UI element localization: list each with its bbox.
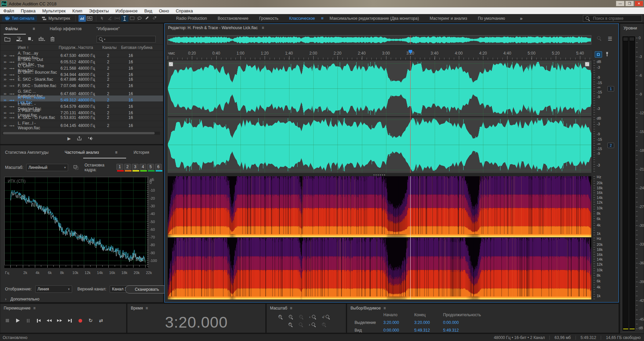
skip-to-start-button[interactable] [35, 317, 42, 324]
frame-hold-button-6[interactable]: 6 [155, 164, 162, 170]
zoom-amplitude-button[interactable]: + [322, 322, 327, 327]
menu-Мультитрек[interactable]: Мультитрек [39, 7, 69, 14]
timeline-ruler[interactable]: чмс 0:200:401:001:201:402:002:202:403:00… [167, 50, 592, 60]
preview-loop-button[interactable] [77, 136, 82, 141]
frame-hold-5[interactable]: 5 [147, 164, 155, 172]
edit-boundary-icon-right[interactable] [585, 62, 589, 66]
time-selection-tool[interactable] [121, 15, 128, 22]
overview-navigator[interactable] [167, 35, 591, 45]
sv-end[interactable]: 3:20.000 [414, 320, 443, 325]
files-panel-menu-icon[interactable]: ≡ [33, 26, 35, 31]
workspace-Классическое[interactable]: Классическое [284, 16, 320, 21]
current-time-display[interactable]: 3:20.000 [127, 313, 265, 331]
menu-Вид[interactable]: Вид [141, 7, 156, 14]
zoom-in-vertical-button[interactable]: + [278, 315, 283, 320]
minimize-button[interactable]: — [616, 1, 625, 6]
expand-chevron[interactable]: › [0, 91, 9, 96]
expand-chevron[interactable]: › [0, 115, 9, 120]
overflow-chevrons[interactable]: » [520, 16, 522, 21]
file-row[interactable]: ›⇝⇝A. Trac...ay Remix).flac6:47.53048000… [0, 51, 163, 57]
slip-tool[interactable] [114, 15, 121, 22]
workspace-Максимальное редактирование (Два монитора)[interactable]: Максимальное редактирование (Два монитор… [325, 16, 424, 21]
frame-hold-1[interactable]: 1 [116, 164, 124, 172]
spectral-display-toggle[interactable] [78, 15, 86, 22]
file-row[interactable]: ›⇝⇝J. Paul...olar Unreal.flac7:20.131480… [0, 108, 163, 115]
file-row[interactable]: ›⇝⇝C. Chri... - The Borg.flac6:21.568480… [0, 64, 163, 70]
tab-Файлы[interactable]: Файлы [5, 26, 18, 31]
files-table-header[interactable]: Имя ↑ Продолж... Частота Каналы Битовая … [0, 44, 163, 51]
analysis-panel-menu-icon[interactable]: ≡ [115, 150, 117, 155]
display-dropdown[interactable]: Линия▾ [35, 285, 72, 293]
zoom-right-button[interactable] [311, 322, 316, 327]
sv-start[interactable]: 0:00.000 [383, 328, 414, 333]
panel-menu-icon[interactable] [262, 25, 264, 30]
channel-badge-1[interactable]: 1 [607, 86, 614, 91]
spectrogram-ch2[interactable] [168, 238, 591, 299]
help-search-input[interactable] [592, 16, 636, 21]
sv-duration[interactable]: 0:00.000 [443, 320, 487, 325]
maximize-button[interactable]: ❐ [625, 1, 634, 6]
display-splitter-handle[interactable]: ●●●●●● [168, 173, 591, 176]
file-row[interactable]: ›⇝⇝H. Fres...house Lick.flac5:49.3124800… [0, 95, 163, 102]
frame-hold-button-3[interactable]: 3 [132, 164, 139, 170]
expand-chevron[interactable]: › [0, 53, 9, 58]
zoom-navigator-icon[interactable] [597, 36, 602, 41]
file-row[interactable]: ›⇝⇝G. SKC ... Battlefield.flac6:47.68048… [0, 89, 163, 95]
files-search-input[interactable] [107, 37, 154, 42]
files-search-box[interactable]: ▾ [97, 36, 156, 43]
file-row[interactable]: ›⇝⇝E. SKC - Skank.flac6:47.88648000 Гц21… [0, 76, 163, 83]
files-horizontal-scrollbar[interactable] [2, 132, 160, 135]
help-search-box[interactable] [583, 15, 642, 22]
amplitude-scale-ch2[interactable]: dB-3-9-15-∞-15-9-32 [592, 117, 618, 173]
loop-playback-button[interactable]: ↻ [87, 317, 94, 324]
panel-menu-icon[interactable] [290, 306, 292, 311]
copy-graph-icon[interactable] [73, 165, 78, 170]
level-meter[interactable] [623, 37, 635, 331]
menu-Избранное[interactable]: Избранное [112, 7, 141, 14]
menu-Правка[interactable]: Правка [17, 7, 39, 14]
frame-hold-button-2[interactable]: 2 [124, 164, 131, 170]
zoom-out-vertical-button[interactable]: − [288, 315, 293, 320]
spectrogram-ch1[interactable] [168, 176, 591, 237]
waveform-view-button[interactable]: Тип сигнала [2, 15, 37, 21]
expand-chevron[interactable]: › [0, 77, 9, 82]
edit-boundary-icon-left[interactable] [169, 62, 173, 66]
lasso-selection-tool[interactable] [136, 15, 143, 22]
scrollbar-thumb[interactable] [3, 132, 155, 134]
preview-autoplay-button[interactable] [88, 136, 93, 141]
zoom-to-selection-button[interactable]: + [288, 322, 293, 327]
frequency-scale-ch1[interactable]: Hz20k18k16k14k12k10k8k6k4k1k [592, 176, 618, 237]
panel-menu-icon[interactable] [383, 306, 386, 311]
workspace-menu-icon[interactable]: ≡ [321, 16, 324, 21]
import-file-icon[interactable] [16, 37, 22, 42]
expand-chevron[interactable]: › [0, 60, 9, 64]
channel-badge-2[interactable]: 2 [607, 143, 614, 148]
pause-button[interactable] [24, 317, 32, 324]
tab-История[interactable]: История [133, 150, 149, 155]
panel-menu-icon[interactable] [33, 306, 36, 311]
file-row[interactable]: ›⇝⇝B. SKC ... Out (VIP).flac6:05.5124800… [0, 57, 163, 64]
tab-Статистика Амплитуды[interactable]: Статистика Амплитуды [5, 150, 49, 155]
frame-hold-button-4[interactable]: 4 [140, 164, 146, 170]
file-row[interactable]: ›⇝⇝D. Chri... Bouncer.flac *6:34.9444800… [0, 70, 163, 76]
editor-display-menu-icon[interactable]: ☰ [608, 36, 612, 42]
tab-Частотный анализ[interactable]: Частотный анализ [65, 150, 99, 155]
record-button[interactable] [76, 317, 84, 324]
menu-Окно[interactable]: Окно [156, 7, 172, 14]
insert-into-multitrack-icon[interactable] [39, 37, 45, 42]
expand-chevron[interactable]: › [0, 104, 9, 109]
frame-hold-button-5[interactable]: 5 [147, 164, 154, 170]
open-file-icon[interactable] [4, 37, 11, 42]
frequency-scale-ch2[interactable]: Hz20k18k16k14k12k10k8k6k4k1k [592, 238, 618, 299]
amplitude-scale-ch1[interactable]: dB-3-9-15-∞-15-9-31 [592, 61, 618, 116]
file-row[interactable]: ›⇝⇝F. SKC - Subtribe.flac7:07.04648000 Г… [0, 83, 163, 89]
marquee-selection-tool[interactable] [128, 15, 136, 22]
move-tool[interactable] [99, 15, 106, 22]
sv-end[interactable]: 5:49.312 [414, 328, 443, 333]
workspace-Radio Production[interactable]: Radio Production [171, 16, 212, 21]
workspace-По умолчанию[interactable]: По умолчанию [473, 16, 510, 21]
tab-Набор эффектов[interactable]: Набор эффектов [50, 26, 82, 31]
zoom-out-selection-button[interactable] [299, 322, 304, 327]
frame-hold-4[interactable]: 4 [140, 164, 147, 172]
zoom-in-at-outpoint-button[interactable] [325, 315, 330, 320]
